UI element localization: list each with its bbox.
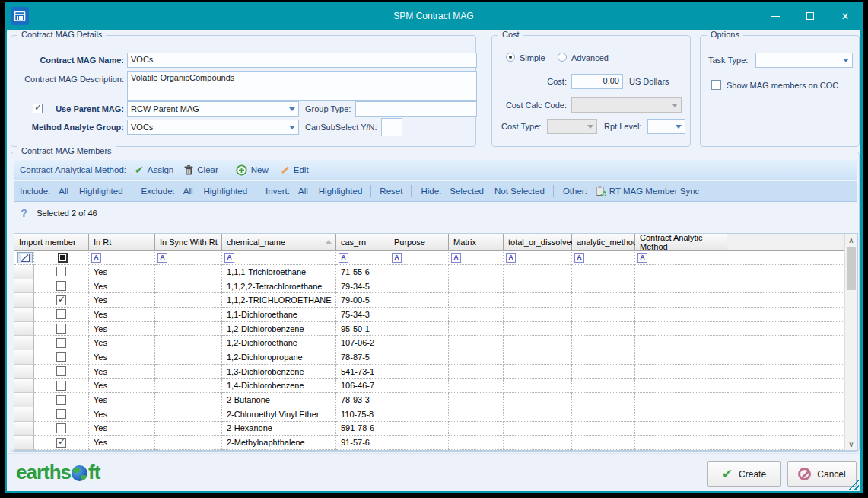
header-import-member[interactable]: Import member [14,234,89,251]
cell-cas-rn[interactable]: 110-75-8 [336,407,389,422]
cell-import-member[interactable] [34,393,89,407]
cell-in-rt[interactable]: Yes [89,407,155,422]
cell-in-sync-with-rt[interactable] [155,436,222,450]
cell-import-member[interactable] [34,265,89,279]
cell-purpose[interactable] [389,393,449,407]
checkbox-unchecked[interactable] [56,409,66,419]
checkbox-unchecked[interactable] [56,423,66,433]
cost-input[interactable]: 0.00 [571,74,623,89]
cell-total-or-dissolved[interactable] [504,322,572,337]
header-purpose[interactable]: Purpose [389,234,449,251]
filter-purpose[interactable]: A [389,251,449,265]
cell-purpose[interactable] [389,279,449,294]
filter-in-sync-with-rt[interactable]: A [155,251,222,265]
cell-purpose[interactable] [389,350,449,365]
cell-total-or-dissolved[interactable] [504,279,572,294]
cell-purpose[interactable] [389,308,449,322]
cell-matrix[interactable] [449,365,504,379]
new-button[interactable]: New [231,164,274,176]
clear-button[interactable]: Clear [179,165,223,175]
scroll-up-icon[interactable]: ∧ [845,234,857,246]
cell-contract-analytic-method[interactable] [635,407,727,422]
cell-in-sync-with-rt[interactable] [155,336,222,350]
cell-cas-rn[interactable]: 541-73-1 [336,365,389,379]
cell-matrix[interactable] [449,322,504,337]
checkbox-checked[interactable] [56,438,66,448]
cell-analytic-method[interactable] [572,322,635,337]
cell-analytic-method[interactable] [572,436,635,450]
filter-cas-rn[interactable]: A [336,251,389,265]
row-indicator[interactable] [14,422,34,436]
cell-total-or-dissolved[interactable] [504,293,572,308]
help-icon[interactable]: ? [21,206,27,219]
cell-import-member[interactable] [34,436,89,450]
row-indicator[interactable] [14,322,34,337]
use-parent-mag-checkbox[interactable] [33,104,43,113]
cell-import-member[interactable] [34,322,89,337]
rpt-level-dropdown[interactable] [647,119,685,134]
filter-action-not-selected[interactable]: Not Selected [489,187,550,196]
resize-grip[interactable] [848,479,859,490]
row-indicator[interactable] [14,379,34,394]
cell-analytic-method[interactable] [572,279,635,294]
filter-action-highlighted[interactable]: Highlighted [199,187,253,196]
cell-analytic-method[interactable] [572,379,635,394]
cell-cas-rn[interactable]: 78-93-3 [336,393,389,407]
row-indicator[interactable] [14,336,34,350]
filter-action-rt-mag-member-sync[interactable]: RT MAG Member Sync [590,186,704,196]
header-total-or-dissolved[interactable]: total_or_dissolved [504,234,572,251]
filter-action-all[interactable]: All [53,187,74,196]
cell-cas-rn[interactable]: 107-06-2 [336,336,389,350]
cell-matrix[interactable] [449,379,504,394]
header-contract-analytic-method[interactable]: Contract Analytic Method [635,234,727,251]
cell-contract-analytic-method[interactable] [635,350,727,365]
create-button[interactable]: ✔ Create [707,461,781,487]
cell-import-member[interactable] [34,293,89,308]
cell-in-rt[interactable]: Yes [89,336,155,350]
filter-contract-analytic-method[interactable]: A [635,251,727,265]
cell-in-rt[interactable]: Yes [89,322,155,337]
cell-total-or-dissolved[interactable] [504,436,572,450]
cell-chemical-name[interactable]: 2-Hexanone [222,422,336,436]
cell-chemical-name[interactable]: 2-Chloroethyl Vinyl Ether [222,407,336,422]
filter-action-highlighted[interactable]: Highlighted [313,187,368,196]
filter-total-or-dissolved[interactable]: A [504,251,572,265]
task-type-dropdown[interactable] [755,53,853,68]
close-button[interactable]: ✕ [828,2,863,30]
checkbox-checked[interactable] [56,295,66,305]
cell-in-sync-with-rt[interactable] [155,393,222,407]
cell-cas-rn[interactable]: 75-34-3 [336,308,389,322]
cell-analytic-method[interactable] [572,336,635,350]
scrollbar-thumb[interactable] [847,247,856,290]
cell-in-sync-with-rt[interactable] [155,407,222,422]
cell-matrix[interactable] [449,279,504,294]
cell-in-rt[interactable]: Yes [89,379,155,394]
checkbox-unchecked[interactable] [56,352,66,362]
checkbox-unchecked[interactable] [56,309,66,319]
group-type-input[interactable] [355,101,477,117]
cell-chemical-name[interactable]: 1,3-Dichlorobenzene [222,365,336,379]
header-in-sync-with-rt[interactable]: In Sync With Rt [155,234,222,251]
vertical-scrollbar[interactable]: ∧ ∨ [844,234,857,450]
cell-chemical-name[interactable]: 1,4-Dichlorobenzene [222,379,336,394]
maximize-button[interactable] [793,2,828,30]
cell-purpose[interactable] [389,322,449,337]
cell-in-sync-with-rt[interactable] [155,350,222,365]
cell-in-rt[interactable]: Yes [89,350,155,365]
row-indicator[interactable] [14,308,34,322]
cell-contract-analytic-method[interactable] [635,436,727,450]
cell-contract-analytic-method[interactable] [635,379,727,394]
assign-button[interactable]: ✔ Assign [129,164,179,175]
cell-total-or-dissolved[interactable] [504,379,572,394]
cell-total-or-dissolved[interactable] [504,308,572,322]
cell-in-sync-with-rt[interactable] [155,365,222,379]
checkbox-unchecked[interactable] [56,395,66,405]
cell-analytic-method[interactable] [572,393,635,407]
cell-in-rt[interactable]: Yes [89,265,155,279]
cell-import-member[interactable] [34,407,89,422]
minimize-button[interactable] [758,2,793,30]
cell-chemical-name[interactable]: 1,1,1-Trichloroethane [222,265,336,279]
parent-mag-dropdown[interactable]: RCW Parent MAG [127,101,299,117]
scroll-down-icon[interactable]: ∨ [845,438,857,450]
filter-row-indicator[interactable] [14,251,34,265]
